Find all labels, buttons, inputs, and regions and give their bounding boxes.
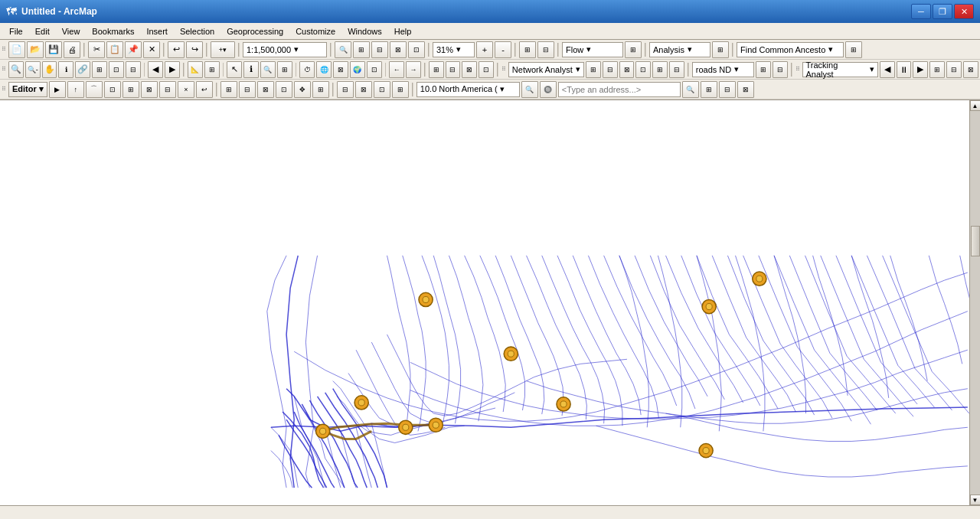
zoom-out-btn2[interactable]: - — [495, 41, 511, 58]
menu-selection[interactable]: Selection — [174, 23, 220, 39]
ed-btn13[interactable]: ⊡ — [276, 81, 292, 98]
zoom-dropdown[interactable]: 31% ▾ — [433, 42, 475, 57]
select-tool[interactable]: ⊡ — [109, 61, 124, 78]
hyperlink-tool[interactable]: 🔗 — [75, 61, 90, 78]
scroll-thumb[interactable] — [971, 226, 980, 256]
add-data-button[interactable]: +▾ — [211, 41, 235, 58]
clear-sel-tool[interactable]: ⊟ — [126, 61, 141, 78]
ed-btn7[interactable]: ⊟ — [159, 81, 176, 98]
ed-btn17[interactable]: ⊠ — [355, 81, 372, 98]
na-btn3[interactable]: ⊠ — [619, 61, 635, 78]
na-btn4[interactable]: ⊡ — [635, 61, 651, 78]
zoom-forward[interactable]: → — [406, 61, 421, 78]
scroll-down-arrow[interactable]: ▼ — [970, 495, 981, 505]
tracking-analyst-dropdown[interactable]: Tracking Analyst ▾ — [802, 62, 878, 77]
catalog-button[interactable]: ⊠ — [390, 41, 407, 58]
select-arrow[interactable]: ↖ — [227, 61, 242, 78]
roads-dropdown[interactable]: roads ND ▾ — [692, 62, 754, 77]
ae-tool[interactable]: ⊡ — [367, 61, 382, 78]
close-button[interactable]: ✕ — [954, 4, 974, 19]
time-slider[interactable]: ⏱ — [299, 61, 315, 78]
scale-dropdown[interactable]: 1:1,500,000 ▾ — [243, 42, 327, 57]
flow-dropdown[interactable]: Flow ▾ — [562, 42, 623, 57]
ta-btn1[interactable]: ◀ — [880, 61, 895, 78]
geocode-extra1[interactable]: ⊞ — [701, 81, 717, 98]
geocode-btn[interactable]: 🔍 — [682, 81, 699, 98]
ta-btn6[interactable]: ⊠ — [963, 61, 978, 78]
na-btn6[interactable]: ⊟ — [669, 61, 684, 78]
menu-bookmarks[interactable]: Bookmarks — [86, 23, 140, 39]
ed-btn8[interactable]: × — [178, 81, 194, 98]
map-container[interactable]: ▲ ▼ — [0, 100, 980, 505]
t2[interactable]: ⊟ — [446, 61, 461, 78]
scroll-track[interactable] — [970, 111, 981, 495]
na-btn5[interactable]: ⊞ — [652, 61, 668, 78]
locator-dropdown[interactable]: 10.0 North America ( ▾ — [416, 82, 520, 97]
address-input[interactable] — [558, 82, 681, 97]
pan-tool[interactable]: ✋ — [42, 61, 57, 78]
paste-button[interactable]: 📌 — [125, 41, 142, 58]
open-button[interactable]: 📂 — [27, 41, 44, 58]
ed-btn6[interactable]: ⊠ — [141, 81, 158, 98]
analysis-dropdown[interactable]: Analysis ▾ — [649, 42, 710, 57]
restore-button[interactable]: ❐ — [933, 4, 952, 19]
ed-btn1[interactable]: ▶ — [49, 81, 66, 98]
r1[interactable]: ⊞ — [519, 41, 536, 58]
back-tool[interactable]: ◀ — [148, 61, 163, 78]
save-button[interactable]: 💾 — [45, 41, 62, 58]
identify-button[interactable]: 🔍 — [335, 41, 351, 58]
menu-customize[interactable]: Customize — [289, 23, 341, 39]
ed-btn4[interactable]: ⊡ — [104, 81, 121, 98]
locator-extra2[interactable]: 🔘 — [540, 81, 557, 98]
menu-view[interactable]: View — [56, 23, 87, 39]
ed-btn11[interactable]: ⊟ — [239, 81, 256, 98]
ed-btn19[interactable]: ⊞ — [392, 81, 409, 98]
ta-btn5[interactable]: ⊟ — [946, 61, 962, 78]
scrollbar-right[interactable]: ▲ ▼ — [969, 100, 980, 505]
menu-help[interactable]: Help — [388, 23, 418, 39]
redo-button[interactable]: ↪ — [186, 41, 203, 58]
table-button[interactable]: ⊞ — [353, 41, 370, 58]
properties-button[interactable]: ⊟ — [371, 41, 388, 58]
zoom-in-tool[interactable]: 🔍 — [8, 61, 24, 78]
r2[interactable]: ⊟ — [537, 41, 554, 58]
ed-btn2[interactable]: ↑ — [67, 81, 84, 98]
geocode-extra2[interactable]: ⊟ — [719, 81, 736, 98]
find-tool[interactable]: 🔍 — [260, 61, 276, 78]
3d-tool[interactable]: 🌐 — [316, 61, 332, 78]
analysis-extra[interactable]: ⊞ — [712, 41, 729, 58]
menu-windows[interactable]: Windows — [341, 23, 388, 39]
na-btn2[interactable]: ⊟ — [603, 61, 618, 78]
scene-tool[interactable]: ⊠ — [333, 61, 348, 78]
ta-btn4[interactable]: ⊞ — [929, 61, 945, 78]
identify-tool[interactable]: ℹ — [58, 61, 74, 78]
globe-tool[interactable]: 🌍 — [350, 61, 365, 78]
new-button[interactable]: 📄 — [8, 41, 25, 58]
network-analyst-dropdown[interactable]: Network Analyst ▾ — [508, 62, 584, 77]
zoom-back[interactable]: ← — [389, 61, 404, 78]
ed-btn18[interactable]: ⊡ — [374, 81, 390, 98]
t4[interactable]: ⊡ — [479, 61, 494, 78]
roads-btn2[interactable]: ⊟ — [773, 61, 788, 78]
ed-btn12[interactable]: ⊠ — [257, 81, 274, 98]
measure-tool[interactable]: 📐 — [188, 61, 203, 78]
cut-button[interactable]: ✂ — [88, 41, 105, 58]
arcmap-button[interactable]: ⊡ — [408, 41, 425, 58]
html-popup-tool[interactable]: ⊞ — [92, 61, 107, 78]
forward-tool[interactable]: ▶ — [165, 61, 180, 78]
ed-btn5[interactable]: ⊞ — [122, 81, 139, 98]
ed-btn3[interactable]: ⌒ — [86, 81, 103, 98]
na-btn1[interactable]: ⊞ — [586, 61, 601, 78]
zoom-out-tool[interactable]: 🔍- — [25, 61, 41, 78]
feature-tool[interactable]: ⊞ — [204, 61, 220, 78]
t3[interactable]: ⊠ — [462, 61, 477, 78]
scroll-up-arrow[interactable]: ▲ — [970, 100, 981, 111]
locator-extra1[interactable]: 🔍 — [521, 81, 538, 98]
menu-insert[interactable]: Insert — [140, 23, 174, 39]
info-tool[interactable]: ℹ — [243, 61, 259, 78]
goto-xy-tool[interactable]: ⊞ — [277, 61, 292, 78]
ta-btn2[interactable]: ⏸ — [897, 61, 912, 78]
geocode-extra3[interactable]: ⊠ — [737, 81, 754, 98]
ta-btn3[interactable]: ▶ — [913, 61, 928, 78]
menu-file[interactable]: File — [3, 23, 29, 39]
